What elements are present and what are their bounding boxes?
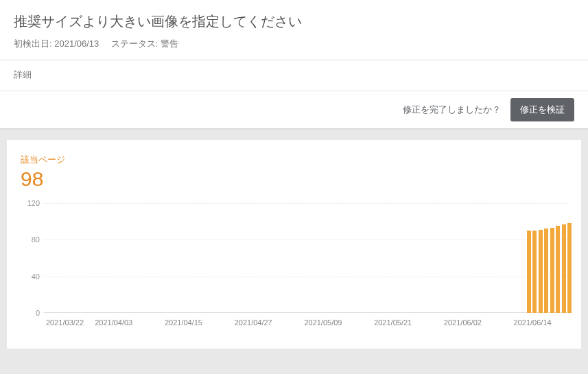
chart-card: 該当ページ 98 04080120 2021/03/222021/04/0320… [7,140,581,349]
chart-bar[interactable] [527,231,531,313]
metric-label: 該当ページ [21,154,567,166]
chart-y-tick: 120 [21,199,40,207]
details-row: 詳細 [0,60,588,91]
chart-x-tick: 2021/06/14 [514,318,552,327]
detected-label: 初検出日: [14,38,52,49]
chart-bar[interactable] [550,228,554,313]
status-label: ステータス: [111,38,158,49]
chart-x-labels: 2021/03/222021/04/032021/04/152021/04/27… [44,318,567,332]
chart-x-tick: 2021/05/09 [304,318,342,327]
details-link[interactable]: 詳細 [14,69,32,80]
detected-value: 2021/06/13 [54,38,99,49]
chart-x-tick: 2021/05/21 [374,318,412,327]
chart-y-tick: 0 [21,309,40,317]
chart: 04080120 2021/03/222021/04/032021/04/152… [21,203,567,340]
chart-x-tick: 2021/06/02 [444,318,482,327]
status-value: 警告 [161,38,178,49]
action-row: 修正を完了しましたか？ 修正を検証 [0,91,588,129]
chart-bar[interactable] [562,224,566,313]
chart-bar[interactable] [539,230,543,313]
chart-bars [44,203,567,313]
validate-fix-button[interactable]: 修正を検証 [510,98,574,121]
chart-x-tick: 2021/04/03 [95,318,132,327]
chart-bar[interactable] [567,223,572,313]
header-card: 推奨サイズより大きい画像を指定してください 初検出日: 2021/06/13 ス… [0,0,588,60]
metric-value: 98 [21,167,567,191]
chart-x-tick: 2021/04/27 [235,318,272,327]
chart-bar[interactable] [556,226,560,313]
chart-y-tick: 80 [21,235,40,244]
chart-y-tick: 40 [21,272,40,281]
chart-x-tick: 2021/04/15 [165,318,202,327]
meta-row: 初検出日: 2021/06/13 ステータス: 警告 [14,38,574,50]
action-question: 修正を完了しましたか？ [403,104,501,116]
chart-x-tick: 2021/03/22 [46,318,84,327]
page-title: 推奨サイズより大きい画像を指定してください [14,12,574,31]
chart-bar[interactable] [544,229,548,313]
chart-bar[interactable] [532,231,537,313]
